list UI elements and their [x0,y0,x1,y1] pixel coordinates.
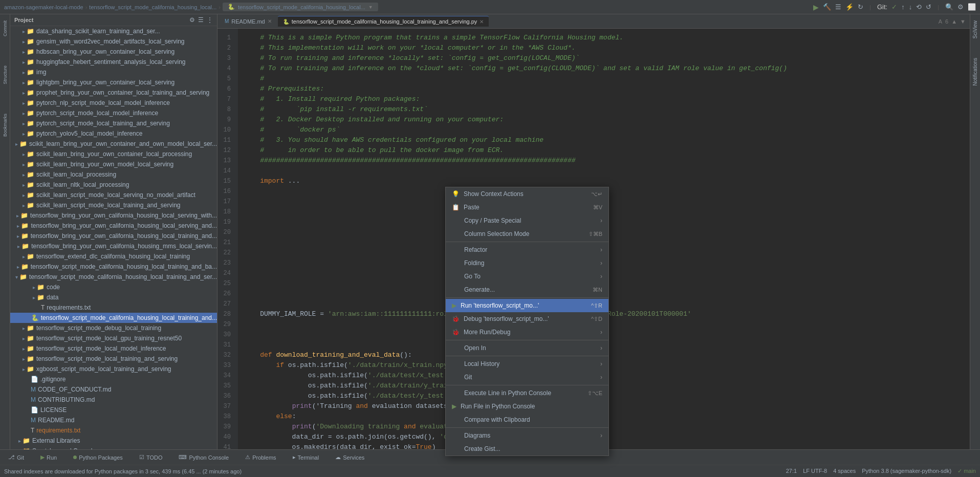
tree-item[interactable]: ▸📁scikit_learn_bring_your_own_container_… [10,149,217,159]
context-menu-item[interactable]: 💡 Show Context Actions ⌥↵ [446,187,608,201]
code-line[interactable]: # 2. Docker Desktop installed and runnin… [244,115,970,125]
context-menu-item[interactable]: Folding › [446,256,608,270]
bottom-tab-todo[interactable]: ☑ TODO [135,452,167,463]
status-branch[interactable]: ✓ main [957,468,976,474]
code-line[interactable]: # Prerequisites: [244,84,970,94]
tab-bookmarks[interactable]: Bookmarks [1,110,9,141]
tree-item[interactable]: ▸📁pytorch_script_mode_local_training_and… [10,118,217,128]
code-line[interactable]: # [244,74,970,84]
context-menu-item[interactable]: 🐞 More Run/Debug › [446,326,608,339]
run-button[interactable]: ▶ [813,3,819,11]
tree-item[interactable]: ▸📁tensorflow_bring_your_own_california_h… [10,210,217,221]
bottom-tab-python-console[interactable]: ⌨ Python Console [175,452,233,463]
code-line[interactable]: # in order to be able to pull the docker… [244,145,970,156]
context-menu-item[interactable]: Copy / Paste Special › [446,214,608,227]
git-push-icon[interactable]: ↑ [901,3,905,11]
context-menu-item[interactable]: Git › [446,371,608,384]
tab-readme-close[interactable]: ✕ [268,18,272,24]
tree-item[interactable]: ▸📁scikit_learn_bring_your_own_model_loca… [10,159,217,169]
tree-item[interactable]: MCONTRIBUTING.md [10,395,217,405]
tree-item[interactable]: ▸📁tensorflow_script_mode_local_model_inf… [10,343,217,354]
refresh-icon[interactable]: ↻ [858,3,863,11]
code-line[interactable]: # `docker ps` [244,125,970,135]
tab-structure[interactable]: Structure [1,61,9,89]
tree-item[interactable]: MREADME.md [10,415,217,425]
status-encoding[interactable]: LF UTF-8 [803,468,827,474]
context-menu-item[interactable]: Refactor › [446,243,608,256]
tree-item[interactable]: ▸📁code [10,282,217,292]
dropdown-icon[interactable]: ▼ [368,5,373,10]
bottom-tab-services[interactable]: ☁ Services [331,452,368,463]
build-icon[interactable]: 🔨 [823,3,831,11]
tree-item[interactable]: ▸📁data [10,292,217,302]
context-menu-item[interactable]: Go To › [446,270,608,283]
breadcrumb-root[interactable]: amazon-sagemaker-local-mode [4,4,83,10]
tree-item[interactable]: 📄LICENSE [10,405,217,415]
undo-icon[interactable]: ↺ [926,3,931,11]
context-menu-item[interactable]: Create Gist... [446,442,608,456]
code-line[interactable]: # This implementation will work on your … [244,43,970,53]
git-fetch-icon[interactable]: ↓ [909,3,912,11]
breadcrumb-path[interactable]: tensorflow_script_mode_california_housin… [89,4,216,10]
context-menu-item[interactable]: Execute Line in Python Console ⇧⌥E [446,386,608,400]
panel-settings-icon[interactable]: ⚙ [189,16,195,24]
expand-icon[interactable]: ⬜ [968,3,976,11]
tab-sciview[interactable]: SciView [970,16,980,42]
tree-item[interactable]: ▸📁tensorflow_script_mode_local_gpu_train… [10,333,217,343]
code-line[interactable]: # This is a simple Python program that t… [244,33,970,43]
tree-item[interactable]: ▸📁tensorflow_script_mode_debug_local_tra… [10,323,217,333]
context-menu-item[interactable]: Local History › [446,357,608,371]
profile-icon[interactable]: ⚡ [845,3,854,11]
code-line[interactable]: import ... [244,176,970,186]
editor-scroll-down[interactable]: ▼ [960,18,966,25]
tree-item[interactable]: ▸📁data_sharing_scikit_learn_training_and… [10,26,217,36]
tree-item[interactable]: 🐍tensorflow_script_mode_california_housi… [10,313,217,323]
context-menu-item[interactable]: Column Selection Mode ⇧⌘B [446,227,608,241]
tab-readme[interactable]: M README.md ✕ [220,16,277,27]
bottom-tab-terminal[interactable]: ▸ Terminal [289,452,323,463]
code-line[interactable]: ########################################… [244,156,970,166]
search-icon[interactable]: 🔍 [945,3,953,11]
tree-item[interactable]: ▸📁lightgbm_bring_your_own_container_loca… [10,77,217,88]
bottom-tab-problems[interactable]: ⚠ Problems [241,452,280,463]
tree-item[interactable]: ▸📁huggingface_hebert_sentiment_analysis_… [10,57,217,67]
tree-item[interactable]: ▸📁scikit_learn_script_mode_local_serving… [10,190,217,200]
context-menu-item[interactable]: Diagrams › [446,429,608,442]
tree-item[interactable]: MCODE_OF_CONDUCT.md [10,384,217,395]
code-line[interactable]: # `pip install -r requirements.txt` [244,104,970,115]
editor-tool-icon1[interactable]: A [939,18,942,25]
context-menu-item[interactable]: ▶ Run File in Python Console [446,400,608,413]
tree-item[interactable]: ▸📁hdbscan_bring_your_own_container_local… [10,47,217,57]
editor-scroll-up[interactable]: ▲ [951,18,957,25]
tree-item[interactable]: ▸📁pytorch_nlp_script_mode_local_model_in… [10,98,217,108]
git-history-icon[interactable]: ⟲ [916,3,922,11]
panel-gear-icon[interactable]: ⋮ [207,16,213,24]
tree-item[interactable]: ▸📁prophet_bring_your_own_container_local… [10,88,217,98]
status-indent[interactable]: 4 spaces [833,468,856,474]
bottom-tab-run[interactable]: ▶ Run [36,452,61,463]
tree-item[interactable]: ▸📁tensorflow_extend_dlc_california_housi… [10,251,217,262]
context-menu-item[interactable]: Open In › [446,341,608,355]
tree-item[interactable]: ▸📁tensorflow_bring_your_own_california_h… [10,241,217,251]
context-menu-item[interactable]: Generate... ⌘N [446,283,608,296]
tree-item[interactable]: ▸📁tensorflow_script_mode_local_training_… [10,354,217,364]
code-line[interactable] [244,166,970,176]
tree-item[interactable]: ▸📁pytorch_yolov5_local_model_inference [10,128,217,139]
tree-item[interactable]: ▸📁gensim_with_word2vec_model_artifacts_l… [10,36,217,47]
status-interpreter[interactable]: Python 3.8 (sagemaker-python-sdk) [862,468,951,474]
code-line[interactable]: # 1. Install required Python packages: [244,94,970,104]
tree-item[interactable]: ▸📁scikit_learn_nltk_local_processing [10,180,217,190]
tree-item[interactable]: ▸📁xgboost_script_mode_local_training_and… [10,364,217,374]
tree-item[interactable]: ▸📁img [10,67,217,77]
tree-item[interactable]: Trequirements.txt [10,302,217,313]
tree-item[interactable]: ▸📁tensorflow_script_mode_california_hous… [10,262,217,272]
tree-item[interactable]: ▸📁scikit_learn_bring_your_own_container_… [10,139,217,149]
tab-py-close[interactable]: ✕ [480,19,484,25]
tree-item[interactable]: ▸📁tensorflow_bring_your_own_california_h… [10,231,217,241]
tab-commit[interactable]: Commit [1,16,9,40]
code-line[interactable]: # To run training and inference *locally… [244,53,970,63]
tree-item[interactable]: ▸📁scikit_learn_local_processing [10,169,217,180]
tree-item[interactable]: 📄.gitignore [10,374,217,384]
code-line[interactable]: # 3. You should have AWS credentials con… [244,135,970,145]
tab-py-file[interactable]: 🐍 tensorflow_script_mode_california_hous… [278,16,489,27]
